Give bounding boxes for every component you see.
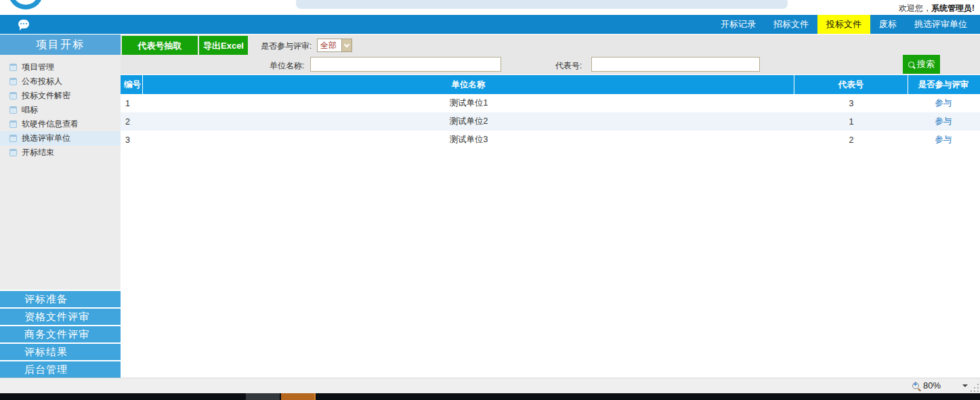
sidebar-item[interactable]: 开标结束 <box>0 146 121 160</box>
sidebar-item-label: 软硬件信息查看 <box>22 118 79 130</box>
sidebar-item-label: 公布投标人 <box>22 76 62 87</box>
table-row: 3 测试单位3 2 参与 <box>121 131 980 149</box>
zoom-control[interactable]: 80% <box>912 380 968 391</box>
sidebar-item[interactable]: 项目管理 <box>0 60 121 74</box>
sidebar: 项目开标 项目管理 公布投标人 投标文件解密 唱标 软硬件信息查看 <box>0 35 121 378</box>
nav-tab[interactable]: 挑选评审单位 <box>906 15 976 34</box>
column-header-no: 编号 <box>121 75 143 94</box>
nav-tab[interactable]: 废标 <box>870 15 906 34</box>
top-strip: 欢迎您，系统管理员! <box>0 0 980 15</box>
document-icon <box>9 135 17 142</box>
search-bar: 单位名称: 代表号: 搜索 <box>121 55 980 74</box>
browser-status-bar: 80% <box>0 378 980 393</box>
document-icon <box>9 78 17 85</box>
sidebar-item[interactable]: 公布投标人 <box>0 74 121 89</box>
document-icon <box>9 92 17 99</box>
sidebar-item-label: 挑选评审单位 <box>22 133 70 144</box>
search-icon <box>908 62 914 68</box>
unit-name-input[interactable] <box>310 57 501 72</box>
document-icon <box>9 106 17 114</box>
table-row: 2 测试单位2 1 参与 <box>121 112 980 131</box>
taskbar <box>0 393 980 400</box>
cell-unit-name: 测试单位1 <box>143 94 794 112</box>
top-navbar: 开标记录招标文件投标文件废标挑选评审单位 <box>0 15 980 34</box>
participate-link[interactable]: 参与 <box>935 116 952 127</box>
sidebar-item-label: 项目管理 <box>22 62 54 73</box>
nav-tab[interactable]: 投标文件 <box>817 15 870 34</box>
sidebar-item[interactable]: 软硬件信息查看 <box>0 117 121 131</box>
participate-link[interactable]: 参与 <box>935 97 952 109</box>
chevron-down-icon[interactable] <box>341 39 351 51</box>
cell-rep-no: 3 <box>794 94 908 112</box>
draw-number-button[interactable]: 代表号抽取 <box>122 36 198 55</box>
sidebar-sections: 评标准备资格文件评审商务文件评审评标结果后台管理 <box>0 290 121 378</box>
zoom-caret-icon <box>962 384 968 390</box>
sidebar-item-label: 投标文件解密 <box>22 90 70 102</box>
cell-unit-name: 测试单位3 <box>143 131 794 149</box>
sidebar-section[interactable]: 资格文件评审 <box>0 307 121 325</box>
sidebar-header: 项目开标 <box>0 35 121 55</box>
table-body: 1 测试单位1 3 参与 2 测试单位2 1 参与 3 测试单位3 2 参与 <box>121 94 980 149</box>
nav-tabs: 开标记录招标文件投标文件废标挑选评审单位 <box>712 15 976 34</box>
participate-filter-select[interactable]: 全部 <box>317 39 352 52</box>
welcome-prefix: 欢迎您， <box>899 3 931 13</box>
resize-grip[interactable] <box>972 384 979 392</box>
cell-no: 2 <box>121 112 143 131</box>
top-banner <box>296 0 788 9</box>
search-button[interactable]: 搜索 <box>903 55 940 74</box>
document-icon <box>9 149 17 156</box>
cell-no: 1 <box>121 94 143 112</box>
cell-rep-no: 1 <box>794 112 908 131</box>
sidebar-item-label: 开标结束 <box>22 147 54 158</box>
sidebar-section[interactable]: 评标结果 <box>0 342 121 360</box>
sidebar-item[interactable]: 挑选评审单位 <box>0 131 121 146</box>
sidebar-menu: 项目管理 公布投标人 投标文件解密 唱标 软硬件信息查看 挑选评审单位 <box>0 55 121 160</box>
rep-number-input[interactable] <box>591 57 760 72</box>
column-header-name: 单位名称 <box>143 75 794 94</box>
nav-tab[interactable]: 招标文件 <box>765 15 817 34</box>
unit-name-label: 单位名称: <box>270 60 304 72</box>
cell-unit-name: 测试单位2 <box>143 112 794 131</box>
main-content: 代表号抽取 导出Excel 是否参与评审: 全部 单位名称: 代表号: 搜索 编… <box>121 35 980 378</box>
cell-rep-no: 2 <box>794 131 908 149</box>
nav-tab[interactable]: 开标记录 <box>712 15 765 34</box>
document-icon <box>9 64 17 71</box>
sidebar-item-label: 唱标 <box>22 104 38 116</box>
welcome-username: 系统管理员! <box>931 3 975 13</box>
taskbar-item[interactable] <box>246 393 280 400</box>
participate-link[interactable]: 参与 <box>935 134 952 146</box>
column-header-rep: 代表号 <box>794 75 908 94</box>
export-excel-button[interactable]: 导出Excel <box>199 36 248 55</box>
chat-bubble-icon[interactable] <box>18 20 29 28</box>
table-header: 编号 单位名称 代表号 是否参与评审 <box>121 75 980 94</box>
sidebar-item[interactable]: 投标文件解密 <box>0 89 121 103</box>
toolbar: 代表号抽取 导出Excel 是否参与评审: 全部 <box>121 35 980 55</box>
app-logo-icon <box>8 0 43 9</box>
participate-filter-value: 全部 <box>318 40 341 51</box>
zoom-magnifier-icon <box>912 382 919 389</box>
column-header-participate: 是否参与评审 <box>908 75 979 94</box>
sidebar-item[interactable]: 唱标 <box>0 103 121 117</box>
document-icon <box>9 120 17 128</box>
welcome-text: 欢迎您，系统管理员! <box>899 3 975 14</box>
cell-no: 3 <box>121 131 143 149</box>
table-row: 1 测试单位1 3 参与 <box>121 94 980 112</box>
rep-number-label: 代表号: <box>555 60 582 72</box>
zoom-level: 80% <box>923 380 941 391</box>
search-button-label: 搜索 <box>917 58 935 70</box>
app-window: 欢迎您，系统管理员! 开标记录招标文件投标文件废标挑选评审单位 项目开标 项目管… <box>0 0 980 400</box>
taskbar-item-active[interactable] <box>281 393 316 400</box>
sidebar-section[interactable]: 评标准备 <box>0 290 121 307</box>
sidebar-section[interactable]: 商务文件评审 <box>0 325 121 342</box>
sidebar-section[interactable]: 后台管理 <box>0 360 121 378</box>
participate-filter-label: 是否参与评审: <box>261 41 312 52</box>
